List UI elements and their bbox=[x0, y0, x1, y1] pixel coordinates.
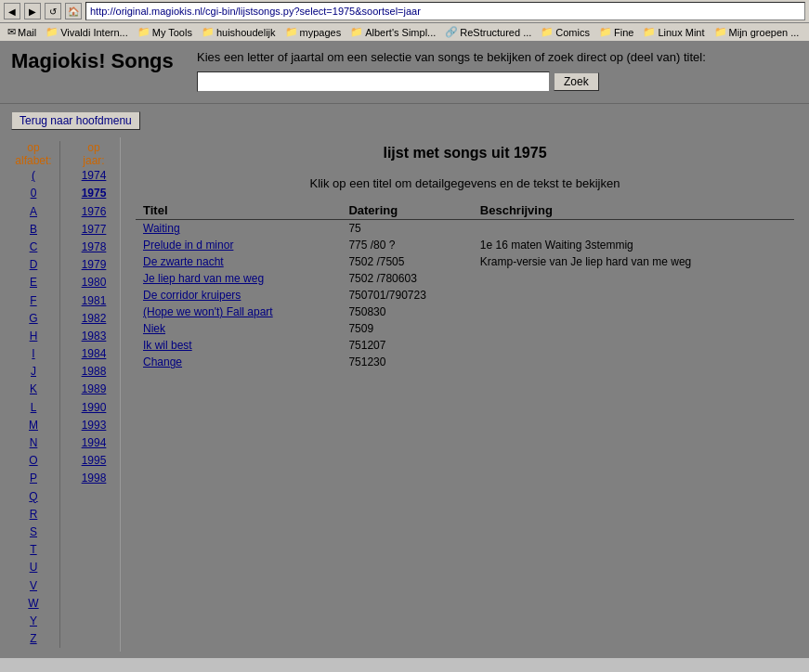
alpha-link-s[interactable]: S bbox=[7, 523, 59, 541]
year-link-1989[interactable]: 1989 bbox=[68, 381, 120, 398]
song-title-cell: Niek bbox=[136, 320, 341, 337]
bookmark-mail[interactable]: ✉ Mail bbox=[4, 25, 40, 39]
reload-button[interactable]: ↺ bbox=[45, 3, 61, 19]
alpha-link-p[interactable]: P bbox=[7, 470, 59, 487]
alpha-link-c[interactable]: C bbox=[7, 239, 59, 256]
year-link-1975[interactable]: 1975 bbox=[68, 185, 120, 202]
bookmark-mytools[interactable]: 📁 My Tools bbox=[134, 25, 196, 39]
year-link-1976[interactable]: 1976 bbox=[68, 203, 120, 221]
year-header-1: op bbox=[68, 141, 120, 154]
year-link-1977[interactable]: 1977 bbox=[68, 221, 120, 239]
alpha-link-z[interactable]: Z bbox=[7, 630, 59, 648]
year-link-1983[interactable]: 1983 bbox=[68, 328, 120, 345]
song-beschrijving-cell bbox=[473, 287, 794, 304]
bookmark-mijngroepen[interactable]: 📁 Mijn groepen ... bbox=[711, 25, 803, 39]
year-link-1990[interactable]: 1990 bbox=[68, 399, 120, 417]
table-row: De zwarte nacht7502 /7505Kramp-versie va… bbox=[136, 253, 794, 270]
song-beschrijving-cell bbox=[473, 304, 794, 320]
song-title-link[interactable]: De corridor kruipers bbox=[143, 289, 241, 302]
alpha-link-y[interactable]: Y bbox=[7, 613, 59, 630]
alpha-link-r[interactable]: R bbox=[7, 506, 59, 523]
song-title-cell: Ik wil best bbox=[136, 337, 341, 354]
song-datering-cell: 751207 bbox=[341, 337, 472, 354]
content-title: lijst met songs uit 1975 bbox=[136, 145, 794, 162]
year-link-1984[interactable]: 1984 bbox=[68, 345, 120, 363]
table-row: Niek7509 bbox=[136, 320, 794, 337]
song-datering-cell: 7509 bbox=[341, 320, 472, 337]
alpha-link-m[interactable]: M bbox=[7, 417, 59, 434]
year-link-1978[interactable]: 1978 bbox=[68, 239, 120, 256]
year-link-1982[interactable]: 1982 bbox=[68, 310, 120, 328]
alpha-link-n[interactable]: N bbox=[7, 434, 59, 452]
bookmark-mypages[interactable]: 📁 mypages bbox=[281, 25, 346, 39]
year-link-1994[interactable]: 1994 bbox=[68, 434, 120, 452]
alpha-header-1: op bbox=[7, 141, 59, 154]
song-title-link[interactable]: Change bbox=[143, 355, 182, 368]
home-button[interactable]: 🏠 bbox=[65, 3, 82, 19]
site-title: Magiokis! Songs bbox=[11, 49, 178, 73]
alpha-link-0[interactable]: 0 bbox=[7, 185, 59, 202]
alpha-link-j[interactable]: J bbox=[7, 363, 59, 381]
search-input[interactable] bbox=[197, 71, 550, 92]
alpha-link-t[interactable]: T bbox=[7, 541, 59, 559]
alpha-link-a[interactable]: A bbox=[7, 203, 59, 221]
song-title-link[interactable]: Niek bbox=[143, 322, 165, 335]
year-link-1995[interactable]: 1995 bbox=[68, 452, 120, 470]
alpha-link-k[interactable]: K bbox=[7, 381, 59, 398]
alpha-link-f[interactable]: F bbox=[7, 292, 59, 310]
alpha-link-q[interactable]: Q bbox=[7, 488, 59, 506]
bookmark-comics[interactable]: 📁 Comics bbox=[537, 25, 594, 39]
song-title-link[interactable]: Ik wil best bbox=[143, 339, 192, 352]
alpha-link-b[interactable]: B bbox=[7, 221, 59, 239]
year-link-1998[interactable]: 1998 bbox=[68, 470, 120, 487]
table-row: Je liep hard van me weg7502 /780603 bbox=[136, 270, 794, 287]
song-title-link[interactable]: De zwarte nacht bbox=[143, 255, 224, 268]
table-row: Prelude in d minor775 /80 ?1e 16 maten W… bbox=[136, 237, 794, 253]
alpha-link-v[interactable]: V bbox=[7, 577, 59, 595]
bookmark-alberts[interactable]: 📁 Albert's Simpl... bbox=[346, 25, 439, 39]
col-header-titel: Titel bbox=[136, 201, 341, 220]
bookmark-huishoudelijk[interactable]: 📁 huishoudelijk bbox=[198, 25, 280, 39]
song-beschrijving-cell: Kramp-versie van Je liep hard van me weg bbox=[473, 253, 794, 270]
bookmarks-bar: ✉ Mail 📁 Vivaldi Intern... 📁 My Tools 📁 … bbox=[0, 23, 809, 41]
year-link-1979[interactable]: 1979 bbox=[68, 256, 120, 274]
year-link-1988[interactable]: 1988 bbox=[68, 363, 120, 381]
search-button[interactable]: Zoek bbox=[554, 72, 599, 91]
song-title-link[interactable]: Je liep hard van me weg bbox=[143, 272, 264, 285]
bookmark-vivaldi[interactable]: 📁 Vivaldi Intern... bbox=[42, 25, 132, 39]
year-link-1993[interactable]: 1993 bbox=[68, 417, 120, 434]
alpha-link-o[interactable]: O bbox=[7, 452, 59, 470]
bookmark-linuxmint[interactable]: 📁 Linux Mint bbox=[639, 25, 708, 39]
alpha-link-h[interactable]: H bbox=[7, 328, 59, 345]
song-beschrijving-cell bbox=[473, 270, 794, 287]
song-beschrijving-cell bbox=[473, 337, 794, 354]
alpha-link-g[interactable]: G bbox=[7, 310, 59, 328]
year-link-1974[interactable]: 1974 bbox=[68, 167, 120, 185]
song-title-link[interactable]: Prelude in d minor bbox=[143, 239, 233, 252]
table-row: (Hope we won't) Fall apart750830 bbox=[136, 304, 794, 320]
song-title-cell: (Hope we won't) Fall apart bbox=[136, 304, 341, 320]
song-datering-cell: 7502 /7505 bbox=[341, 253, 472, 270]
alpha-link-l[interactable]: L bbox=[7, 399, 59, 417]
alpha-link-i[interactable]: I bbox=[7, 345, 59, 363]
alpha-link-paren[interactable]: ( bbox=[7, 167, 59, 185]
year-link-1980[interactable]: 1980 bbox=[68, 274, 120, 291]
song-title-link[interactable]: (Hope we won't) Fall apart bbox=[143, 305, 273, 318]
back-to-main-button[interactable]: Terug naar hoofdmenu bbox=[11, 111, 140, 130]
alpha-link-u[interactable]: U bbox=[7, 559, 59, 576]
bookmark-fine[interactable]: 📁 Fine bbox=[595, 25, 637, 39]
sidebar: op alfabet: ( 0 A B C D E F G H I J K L bbox=[0, 137, 121, 652]
alpha-link-w[interactable]: W bbox=[7, 595, 59, 613]
song-title-link[interactable]: Waiting bbox=[143, 222, 180, 235]
address-bar[interactable] bbox=[85, 2, 805, 20]
bookmark-restructured[interactable]: 🔗 ReStructured ... bbox=[441, 25, 535, 39]
alpha-link-d[interactable]: D bbox=[7, 256, 59, 274]
alpha-link-e[interactable]: E bbox=[7, 274, 59, 291]
bookmark-python[interactable]: 📁 Python bbox=[804, 25, 809, 39]
song-title-cell: Prelude in d minor bbox=[136, 237, 341, 253]
song-title-cell: Je liep hard van me weg bbox=[136, 270, 341, 287]
forward-nav-button[interactable]: ▶ bbox=[24, 3, 41, 19]
year-link-1981[interactable]: 1981 bbox=[68, 292, 120, 310]
back-nav-button[interactable]: ◀ bbox=[4, 3, 20, 19]
col-header-beschrijving: Beschrijving bbox=[473, 201, 794, 220]
